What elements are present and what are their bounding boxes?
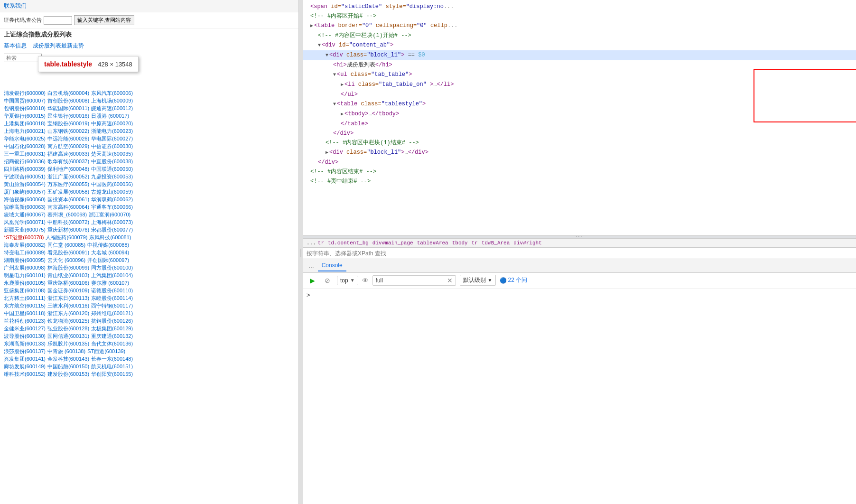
- code-line[interactable]: <!-- #内容区结束# -->: [303, 167, 856, 177]
- stock-item[interactable]: 厦门象屿(600057): [4, 188, 46, 196]
- stock-item[interactable]: 白云机场(600004): [47, 90, 89, 97]
- code-line[interactable]: <li class="tab_table_on" >…</li>: [303, 80, 856, 90]
- stock-item[interactable]: *ST溢量(600078): [4, 234, 44, 241]
- clear-button[interactable]: ⊘: [322, 275, 333, 286]
- stock-item[interactable]: 湖南股份(600095): [4, 257, 46, 264]
- code-line[interactable]: <div class="block_l1">…</div>: [303, 148, 856, 158]
- stock-item[interactable]: 兰花科创(600123): [4, 317, 46, 325]
- stock-item[interactable]: 中视传媒(600088): [87, 242, 129, 249]
- stock-item[interactable]: 乐凯胶片(600135): [47, 340, 89, 347]
- breadcrumb-tbody[interactable]: tbody: [452, 240, 468, 246]
- stock-item[interactable]: 大名城 (600094): [91, 249, 129, 256]
- code-line[interactable]: </div>: [303, 158, 856, 167]
- stock-item[interactable]: 上海机场(600009): [91, 97, 133, 104]
- stock-item[interactable]: 浙江东日(600113): [47, 295, 89, 302]
- stock-item[interactable]: 招商银行(600036): [4, 158, 46, 165]
- stock-item[interactable]: 浙能电力(600023): [91, 128, 133, 135]
- stock-item[interactable]: 航天机电(600151): [91, 363, 133, 370]
- breadcrumb-table-area[interactable]: table#Area: [417, 240, 448, 246]
- code-line[interactable]: <!-- #内容区中栏块(1)开始# -->: [303, 31, 856, 40]
- stock-item[interactable]: 波导股份(600130): [4, 333, 46, 340]
- stock-item[interactable]: 四川路桥(600039): [4, 166, 46, 173]
- stock-item[interactable]: 重庆建通(600132): [91, 333, 133, 340]
- console-tab[interactable]: Console: [318, 260, 346, 271]
- stock-item[interactable]: 中国卫星(600118): [4, 310, 46, 317]
- stock-item[interactable]: 浙江东方(600120): [47, 310, 89, 317]
- stock-item[interactable]: 宁波联合(600051): [4, 173, 46, 180]
- stock-item[interactable]: 九鼎投资(600053): [91, 173, 133, 180]
- stock-item[interactable]: 看见股份(600091): [47, 249, 89, 256]
- stock-item[interactable]: 首创股份(600008): [47, 97, 89, 104]
- stock-item[interactable]: 诺德股份(600110): [91, 287, 133, 294]
- stock-item[interactable]: 浙江富润(600070): [89, 211, 130, 218]
- stock-item[interactable]: 中国国贸(600007): [4, 97, 46, 104]
- stock-item[interactable]: 当代文体(600136): [91, 340, 133, 347]
- breadcrumb-td-b-area[interactable]: td#B_Area: [482, 240, 510, 246]
- stock-item[interactable]: 兴发集团(600141): [4, 355, 46, 363]
- stock-item[interactable]: 维科技术(600152): [4, 371, 46, 378]
- stock-item[interactable]: 中船科技(600072): [47, 219, 89, 226]
- stock-item[interactable]: ST西道(600139): [87, 348, 125, 355]
- stock-item[interactable]: 上海梅林(600073): [91, 219, 133, 226]
- search-site-button[interactable]: 输入关键字,查网站内容: [74, 15, 134, 25]
- stock-item[interactable]: 中青旅 (600138): [47, 348, 85, 355]
- stock-item[interactable]: 中远海能(600026): [47, 135, 89, 142]
- code-line[interactable]: <div id="content_ab">: [303, 40, 856, 50]
- context-selector[interactable]: top ▼: [337, 276, 358, 285]
- stock-item[interactable]: 华润双鹤(600062): [91, 196, 133, 203]
- stock-item[interactable]: 中国联通(600050): [91, 166, 133, 173]
- stock-item[interactable]: 浙江广厦(600052): [47, 173, 89, 180]
- stock-item[interactable]: 长春一东(600148): [91, 355, 133, 363]
- stock-item[interactable]: 包钢股份(600010): [4, 105, 46, 112]
- filter-input-console[interactable]: [376, 277, 447, 284]
- eye-icon[interactable]: 👁: [362, 277, 369, 284]
- error-badge[interactable]: 🔵 22 个问: [500, 276, 528, 284]
- stock-item[interactable]: 广州发展(600098): [4, 264, 46, 271]
- stock-item[interactable]: 宇通客车(600066): [91, 204, 133, 211]
- stock-item[interactable]: 郑州维电(600121): [91, 310, 133, 317]
- breadcrumb-tr2[interactable]: tr: [472, 240, 478, 246]
- stock-item[interactable]: 东方航空(600115): [4, 302, 46, 309]
- stock-item[interactable]: 日照港 (600017): [91, 112, 129, 120]
- code-line[interactable]: <table border="0" cellspacing="0" cellp.…: [303, 21, 856, 31]
- stock-item[interactable]: 福建高速(600033): [47, 150, 89, 158]
- stock-item[interactable]: 中国医药(600056): [91, 181, 133, 188]
- stock-item[interactable]: 慕州坝_(600068): [47, 211, 87, 218]
- stock-item[interactable]: 宝钢股份(600019): [47, 120, 89, 127]
- code-line[interactable]: </div>: [303, 129, 856, 138]
- stock-item[interactable]: 抗钢股份(600126): [91, 317, 133, 325]
- stock-item[interactable]: 中国石化(600028): [4, 143, 46, 150]
- stock-item[interactable]: 南京高科(600064): [47, 204, 89, 211]
- breadcrumb-tr[interactable]: tr: [318, 240, 324, 246]
- code-line[interactable]: <table class="tablestyle">: [303, 99, 856, 109]
- code-line[interactable]: <h1>成份股列表</h1>: [303, 60, 856, 70]
- stock-item[interactable]: 万东医疗(600055): [47, 181, 89, 188]
- code-line[interactable]: <tbody>…</tbody>: [303, 109, 856, 119]
- stock-item[interactable]: 东睦股份(600114): [91, 295, 133, 302]
- breadcrumb-td-content[interactable]: td.content_bg: [328, 240, 369, 246]
- stock-item[interactable]: 民生银行(600016): [47, 112, 89, 120]
- stock-item[interactable]: 中原高速(600020): [91, 120, 133, 127]
- code-line[interactable]: <ul class="tab_table">: [303, 70, 856, 80]
- stock-item[interactable]: 华能水电(600025): [4, 135, 46, 142]
- contact-link[interactable]: 联系我们: [4, 2, 27, 9]
- stock-item[interactable]: 太板集团(600129): [91, 325, 133, 332]
- devtools-search-input[interactable]: [307, 250, 852, 257]
- breadcrumb-div-right[interactable]: div#right: [513, 240, 541, 246]
- stock-item[interactable]: 同仁堂 (600085): [47, 242, 85, 249]
- code-line[interactable]: <div class="block_l1"> == $0: [303, 50, 856, 60]
- stock-item[interactable]: 宋都股份(600077): [91, 226, 133, 233]
- stock-item[interactable]: 中信证券(600030): [91, 143, 133, 150]
- stock-item[interactable]: 中直股份(600038): [91, 158, 133, 165]
- stock-item[interactable]: 三峡水利(600116): [47, 302, 89, 309]
- trend-link[interactable]: 成份股列表最新走势: [33, 42, 84, 49]
- code-line[interactable]: <span id="staticDate" style="display:no.…: [303, 2, 856, 11]
- stock-item[interactable]: 重庆新材(600076): [47, 226, 89, 233]
- stock-item[interactable]: 建发股份(600153): [47, 371, 89, 378]
- stock-item[interactable]: 上汽集团(600104): [91, 272, 133, 279]
- stock-item[interactable]: 古越龙山(600059): [91, 188, 133, 196]
- stock-item[interactable]: 赛尔雅 (600107): [91, 280, 129, 287]
- filter-clear-icon[interactable]: ✕: [447, 277, 453, 284]
- stock-item[interactable]: 浦发银行(600000): [4, 90, 46, 97]
- stock-item[interactable]: 铁龙物流(600125): [47, 317, 89, 325]
